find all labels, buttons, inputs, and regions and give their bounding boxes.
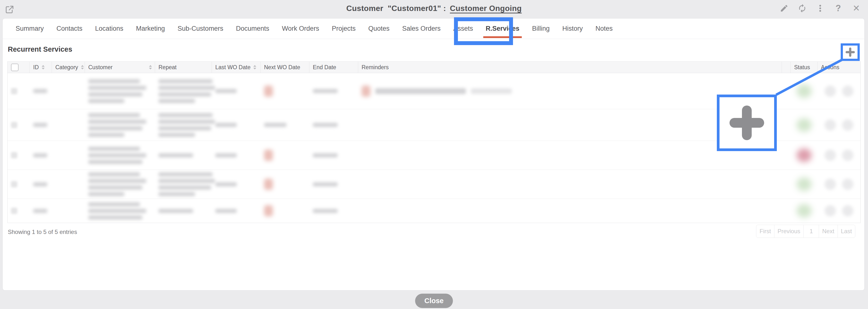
cell-repeat: [155, 73, 212, 109]
tab-bar: Summary Contacts Locations Marketing Sub…: [14, 18, 614, 39]
redacted-text-blob: [215, 209, 237, 213]
select-all-checkbox[interactable]: [11, 64, 19, 71]
add-recurrent-service-button[interactable]: [845, 47, 855, 57]
redacted-text-blob: [88, 79, 140, 83]
pagination-first[interactable]: First: [756, 225, 774, 238]
cell-customer: [85, 170, 155, 199]
cell-category: [52, 199, 85, 223]
row-checkbox[interactable]: [11, 122, 17, 128]
tab-assets[interactable]: Assets: [452, 24, 474, 34]
redacted-text-blob: [215, 182, 237, 186]
redacted-text-blob: [158, 119, 215, 124]
action-button-blob[interactable]: [842, 119, 854, 131]
pagination-last[interactable]: Last: [838, 225, 855, 238]
titlebar-actions: ? ✕: [779, 3, 862, 14]
redacted-text-blob: [88, 153, 146, 158]
row-checkbox[interactable]: [11, 181, 17, 187]
customer-dialog: { "titlebar": { "title_prefix": "Custome…: [0, 0, 868, 309]
plus-icon: [845, 51, 855, 54]
action-button-blob[interactable]: [842, 85, 854, 97]
redacted-text-blob: [375, 88, 466, 94]
redacted-text-blob: [313, 182, 338, 186]
tab-sub-customers[interactable]: Sub-Customers: [177, 24, 224, 34]
tab-projects[interactable]: Projects: [331, 24, 357, 34]
redacted-text-blob: [33, 89, 47, 93]
status-badge: [797, 84, 812, 98]
redacted-text-blob: [88, 86, 146, 90]
sort-down-arrow: [149, 68, 152, 69]
column-label: Reminders: [362, 64, 389, 71]
table-row: [7, 199, 861, 223]
redacted-text-blob: [158, 153, 193, 158]
column-header-id[interactable]: ID: [30, 62, 52, 73]
refresh-icon[interactable]: [797, 3, 808, 14]
cell-end_date: [309, 199, 358, 223]
sort-icon: [149, 65, 152, 69]
column-header-customer[interactable]: Customer: [85, 62, 155, 73]
row-checkbox[interactable]: [11, 152, 17, 159]
cell-last_wo: [212, 170, 261, 199]
column-label: ID: [33, 64, 39, 71]
pagination-next[interactable]: Next: [819, 225, 837, 238]
tab-contacts[interactable]: Contacts: [56, 24, 84, 34]
action-button-blob[interactable]: [825, 179, 836, 190]
close-icon[interactable]: ✕: [851, 3, 862, 14]
column-header-category[interactable]: Category: [52, 62, 85, 73]
row-checkbox[interactable]: [11, 208, 17, 214]
tab-sales-orders[interactable]: Sales Orders: [401, 24, 442, 34]
pagination-previous[interactable]: Previous: [774, 225, 803, 238]
cell-id: [30, 199, 52, 223]
cell-end_date: [309, 170, 358, 199]
action-button-blob[interactable]: [842, 205, 854, 216]
action-button-blob[interactable]: [825, 205, 836, 216]
tab-quotes[interactable]: Quotes: [367, 24, 390, 34]
reminder-alert-icon-blob: [362, 85, 370, 97]
action-button-blob[interactable]: [825, 85, 836, 97]
cell-checkbox: [7, 141, 30, 170]
cell-actions: [817, 109, 861, 141]
action-button-blob[interactable]: [842, 179, 854, 190]
redacted-text-blob: [33, 123, 47, 127]
column-label: Status: [794, 64, 810, 71]
cell-id: [30, 170, 52, 199]
alert-icon-blob: [264, 179, 273, 190]
plus-icon: [730, 118, 764, 128]
cell-customer: [85, 73, 155, 109]
redacted-text-blob: [158, 113, 213, 117]
redacted-text-blob: [215, 89, 237, 93]
alert-icon-blob: [264, 85, 273, 97]
sort-up-arrow: [149, 65, 152, 67]
table-header: IDCategoryCustomerRepeatLast WO DateNext…: [7, 62, 861, 73]
cell-checkbox: [7, 170, 30, 199]
more-options-icon[interactable]: [815, 3, 826, 14]
cell-category: [52, 73, 85, 109]
action-button-blob[interactable]: [842, 150, 854, 161]
edit-icon[interactable]: [779, 3, 789, 14]
status-badge: [797, 177, 812, 191]
action-button-blob[interactable]: [825, 119, 836, 131]
redacted-text-blob: [215, 123, 237, 127]
close-button[interactable]: Close: [415, 294, 453, 308]
customer-ongoing-link[interactable]: Customer Ongoing: [450, 4, 522, 13]
tab-work-orders[interactable]: Work Orders: [281, 24, 320, 34]
tab-notes[interactable]: Notes: [594, 24, 614, 34]
help-icon[interactable]: ?: [833, 3, 844, 14]
pagination-page-1[interactable]: 1: [803, 225, 819, 238]
tab-r-services[interactable]: R.Services: [485, 24, 520, 34]
sort-down-arrow: [81, 68, 84, 69]
cell-next_wo: [261, 73, 309, 109]
column-header-last_wo[interactable]: Last WO Date: [212, 62, 261, 73]
tab-history[interactable]: History: [561, 24, 584, 34]
tab-locations[interactable]: Locations: [94, 24, 124, 34]
row-checkbox[interactable]: [11, 88, 17, 94]
column-header-next_wo: Next WO Date: [261, 62, 309, 73]
tab-billing[interactable]: Billing: [531, 24, 551, 34]
status-badge: [797, 148, 812, 162]
tab-documents[interactable]: Documents: [235, 24, 270, 34]
action-button-blob[interactable]: [825, 150, 836, 161]
redacted-text-blob: [313, 123, 338, 127]
tab-marketing[interactable]: Marketing: [135, 24, 166, 34]
section-heading: Recurrent Services: [8, 45, 72, 54]
cell-actions: [817, 141, 861, 170]
tab-summary[interactable]: Summary: [14, 24, 45, 34]
